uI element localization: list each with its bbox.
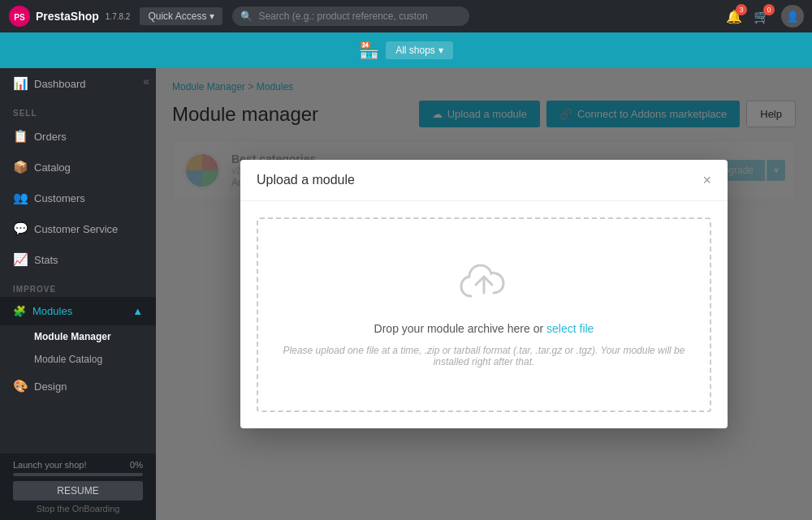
user-icon: 👤	[786, 11, 799, 23]
main-layout: « 📊 Dashboard SELL 📋 Orders 📦 Catalog 👥 …	[0, 68, 812, 520]
shopbar: 🏪 All shops ▾	[0, 32, 812, 68]
content-area: Module Manager > Modules Module manager …	[156, 68, 812, 520]
launch-shop-label: Launch your shop! 0%	[13, 460, 143, 470]
modal-title: Upload a module	[257, 173, 355, 187]
notification-badge: 3	[736, 4, 747, 15]
sidebar-sell-section: SELL	[0, 99, 156, 121]
sidebar-item-modules[interactable]: 🧩 Modules ▲	[0, 297, 156, 325]
notifications-button[interactable]: 🔔 3	[726, 9, 742, 24]
sidebar: « 📊 Dashboard SELL 📋 Orders 📦 Catalog 👥 …	[0, 68, 156, 520]
orders-icon: 📋	[13, 129, 28, 144]
upload-modal: Upload a module × Drop your	[240, 160, 728, 428]
logo-area: PS PrestaShop 1.7.8.2	[8, 5, 130, 28]
modal-header: Upload a module ×	[240, 160, 728, 201]
design-icon: 🎨	[13, 379, 28, 393]
logo-text: PrestaShop	[36, 10, 99, 23]
customers-icon: 👥	[13, 191, 28, 205]
catalog-icon: 📦	[13, 160, 28, 174]
modal-body: Drop your module archive here or select …	[240, 201, 728, 428]
search-input[interactable]	[232, 6, 469, 26]
bottom-area: Launch your shop! 0% RESUME Stop the OnB…	[0, 453, 156, 520]
topbar-icons: 🔔 3 🛒 0 👤	[726, 5, 804, 28]
sidebar-sub-item-module-catalog[interactable]: Module Catalog	[0, 348, 156, 371]
user-avatar-button[interactable]: 👤	[781, 5, 804, 28]
modal-close-button[interactable]: ×	[702, 173, 711, 187]
version-badge: 1.7.8.2	[106, 12, 131, 21]
sidebar-item-customers[interactable]: 👥 Customers	[0, 183, 156, 213]
stop-onboarding-link[interactable]: Stop the OnBoarding	[13, 504, 143, 514]
chevron-up-icon: ▲	[132, 305, 143, 317]
svg-text:PS: PS	[14, 13, 25, 22]
drop-zone[interactable]: Drop your module archive here or select …	[257, 217, 711, 412]
cart-button[interactable]: 🛒 0	[754, 9, 770, 24]
dashboard-icon: 📊	[13, 76, 28, 91]
search-icon: 🔍	[240, 11, 253, 22]
stats-icon: 📈	[13, 252, 28, 267]
select-file-link[interactable]: select file	[546, 322, 594, 335]
chevron-down-icon: ▾	[438, 45, 443, 56]
sidebar-item-design[interactable]: 🎨 Design	[0, 371, 156, 402]
all-shops-button[interactable]: All shops ▾	[386, 41, 453, 59]
search-wrapper: 🔍	[232, 6, 469, 26]
resume-button[interactable]: RESUME	[13, 481, 143, 501]
quick-access-button[interactable]: Quick Access ▾	[140, 7, 222, 25]
sidebar-item-dashboard[interactable]: 📊 Dashboard	[0, 68, 156, 99]
drop-hint: Please upload one file at a time, .zip o…	[274, 345, 693, 367]
sidebar-collapse-button[interactable]: «	[143, 75, 149, 88]
sidebar-item-catalog[interactable]: 📦 Catalog	[0, 152, 156, 183]
customer-service-icon: 💬	[13, 221, 28, 236]
prestashop-logo: PS	[8, 5, 31, 28]
sidebar-item-orders[interactable]: 📋 Orders	[0, 121, 156, 152]
cart-badge: 0	[763, 4, 775, 15]
shop-icon: 🏪	[359, 41, 379, 60]
sidebar-item-customer-service[interactable]: 💬 Customer Service	[0, 213, 156, 244]
drop-text: Drop your module archive here or select …	[374, 322, 594, 335]
sidebar-sub-item-module-manager[interactable]: Module Manager	[0, 325, 156, 348]
progress-bar	[13, 473, 143, 476]
modules-icon: 🧩	[13, 305, 26, 317]
chevron-down-icon: ▾	[209, 11, 214, 22]
topbar: PS PrestaShop 1.7.8.2 Quick Access ▾ 🔍 🔔…	[0, 0, 812, 32]
sidebar-improve-section: IMPROVE	[0, 275, 156, 297]
modal-overlay[interactable]: Upload a module × Drop your	[156, 68, 812, 520]
sidebar-item-stats[interactable]: 📈 Stats	[0, 244, 156, 275]
upload-cloud-icon	[458, 262, 510, 312]
